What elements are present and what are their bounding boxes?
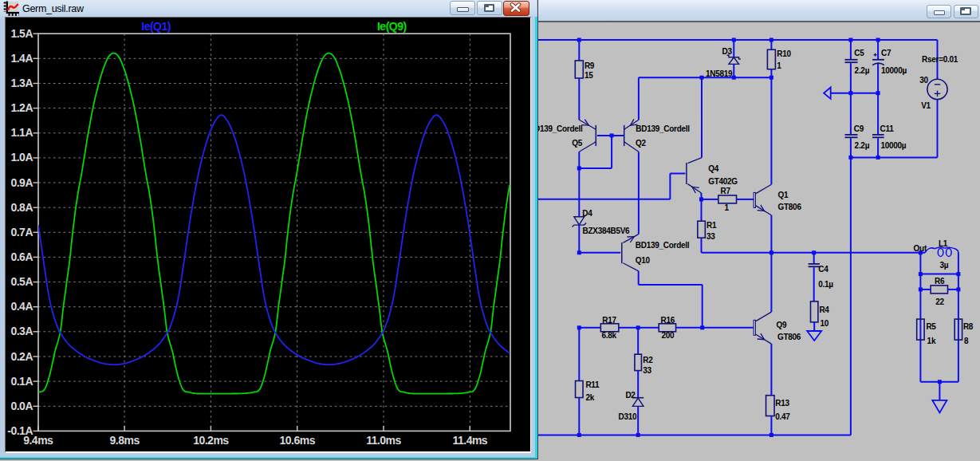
svg-text:Ie(Q1): Ie(Q1) (141, 20, 171, 33)
svg-text:0.9A: 0.9A (10, 176, 33, 189)
svg-text:10.2ms: 10.2ms (193, 434, 229, 447)
svg-text:1.4A: 1.4A (10, 52, 33, 65)
svg-text:0.1A: 0.1A (10, 375, 33, 388)
svg-text:0.5A: 0.5A (10, 275, 33, 288)
svg-text:1.2A: 1.2A (10, 101, 33, 114)
svg-text:0.3A: 0.3A (10, 325, 33, 337)
svg-text:11.4ms: 11.4ms (452, 434, 487, 447)
svg-text:1.1A: 1.1A (10, 126, 33, 139)
svg-text:0.4A: 0.4A (10, 300, 33, 313)
svg-text:0.8A: 0.8A (10, 201, 33, 214)
svg-text:1.5A: 1.5A (10, 27, 33, 40)
svg-text:1.0A: 1.0A (10, 151, 33, 164)
svg-text:11.0ms: 11.0ms (366, 434, 401, 447)
svg-text:1.3A: 1.3A (10, 77, 33, 89)
svg-text:10.6ms: 10.6ms (279, 434, 315, 447)
svg-text:0.0A: 0.0A (10, 400, 33, 412)
svg-text:0.6A: 0.6A (10, 250, 33, 263)
svg-text:0.2A: 0.2A (10, 350, 33, 363)
svg-text:9.4ms: 9.4ms (23, 434, 53, 447)
svg-text:Ie(Q9): Ie(Q9) (377, 20, 407, 33)
svg-text:0.7A: 0.7A (10, 226, 33, 238)
svg-text:9.8ms: 9.8ms (109, 434, 140, 447)
